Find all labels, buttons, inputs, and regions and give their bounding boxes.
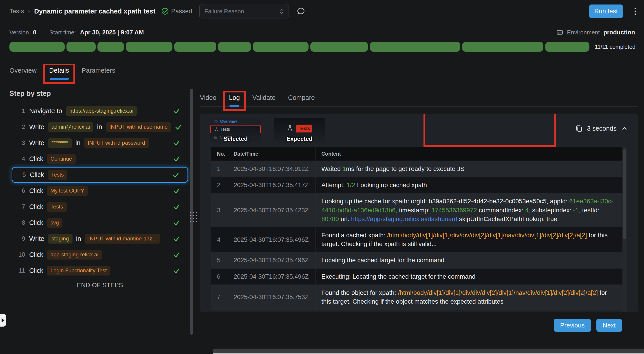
steps-list: 1Navigate tohttps://app-staging.relicx.a…	[12, 103, 188, 279]
step-row-11[interactable]: 11ClickLogin Functionality Test	[12, 263, 188, 279]
step-check-icon	[173, 267, 180, 274]
comment-icon[interactable]	[296, 7, 306, 16]
detail-tabs: VideoLogValidateCompare	[200, 90, 638, 107]
step-number: 6	[15, 187, 25, 194]
progress-segment-3[interactable]	[98, 42, 124, 52]
step-badge-target: MyTest COPY	[47, 186, 88, 196]
start-time-value: Apr 30, 2025 | 9:07 AM	[80, 29, 144, 36]
log-cell-time: 2025-04-30T16:07:34.912Z	[228, 161, 316, 177]
step-badge-target: Tests	[47, 202, 67, 212]
step-row-10[interactable]: 10Clickapp-staging.relicx.ai	[12, 247, 188, 263]
progress-segment-7[interactable]	[253, 42, 308, 52]
step-number: 7	[15, 203, 25, 210]
previous-button[interactable]: Previous	[554, 319, 591, 332]
step-badge-target: INPUT with id password	[84, 138, 149, 148]
page-title: Dynamic parameter cached xpath test	[34, 8, 156, 15]
log-text-segment: testId:	[582, 207, 599, 214]
step-row-7[interactable]: 7ClickTests	[12, 199, 188, 215]
log-text-segment: /html/body/div[1]/div[1]/div/div/div[2]/…	[398, 289, 598, 296]
window-bottom-edge	[213, 353, 644, 354]
log-text-segment: -1,	[573, 207, 582, 214]
step-row-1[interactable]: 1Navigate tohttps://app-staging.relicx.a…	[12, 103, 188, 119]
progress-segment-5[interactable]	[174, 42, 216, 52]
log-text-segment: ms for the page to get ready to execute …	[346, 165, 464, 172]
step-row-5[interactable]: 5ClickTests	[12, 167, 188, 183]
log-table-header: No.Date/TimeContent	[211, 147, 622, 161]
log-cell-time: 2025-04-30T16:07:35.496Z	[228, 268, 316, 284]
step-number: 2	[15, 123, 25, 130]
step-action-text: Write	[29, 139, 44, 147]
log-text-segment: Found the object for xpath:	[321, 289, 398, 296]
tab-details[interactable]: Details	[49, 67, 69, 79]
progress-segment-6[interactable]	[218, 42, 251, 52]
step-badge-target: INPUT with id username	[106, 122, 171, 132]
tab-video[interactable]: Video	[200, 94, 216, 106]
step-check-icon	[172, 171, 180, 179]
step-action-text: Navigate to	[29, 107, 62, 115]
start-time-label: Start time:	[50, 29, 76, 36]
step-badge-target: Login Functionality Test	[47, 266, 110, 275]
step-action-text: Write	[29, 235, 44, 242]
run-test-button[interactable]: Run test	[589, 5, 623, 18]
log-cell-content: Looking up the cache for xpath: orgId: b…	[316, 193, 622, 227]
next-button[interactable]: Next	[596, 319, 622, 332]
progress-segment-11[interactable]	[545, 42, 590, 52]
tab-parameters[interactable]: Parameters	[82, 67, 116, 79]
log-table: No.Date/TimeContent 12025-04-30T16:07:34…	[211, 147, 622, 310]
step-badge-target: Continue	[47, 154, 76, 164]
progress-segment-1[interactable]	[10, 42, 65, 52]
step-row-4[interactable]: 4ClickContinue	[12, 151, 188, 167]
step-number: 5	[16, 171, 26, 178]
step-number: 4	[15, 155, 25, 162]
progress-segment-2[interactable]	[66, 42, 96, 52]
window-bottom-bar	[213, 348, 644, 353]
step-check-icon	[173, 219, 180, 227]
breadcrumb[interactable]: Tests	[10, 8, 24, 15]
panel-expand-tab[interactable]	[0, 314, 6, 326]
tab-overview[interactable]: Overview	[10, 67, 36, 79]
tab-log[interactable]: Log	[229, 94, 240, 106]
log-text-segment: 1	[342, 165, 346, 172]
panel-resize-handle[interactable]	[188, 211, 198, 223]
log-scrollbar[interactable]	[622, 147, 627, 312]
progress-segment-4[interactable]	[126, 42, 172, 52]
step-row-3[interactable]: 3Write********inINPUT with id password	[12, 135, 188, 151]
log-cell-time: 2025-04-30T16:07:35.496Z	[228, 227, 316, 252]
collapse-chevron-up-icon[interactable]	[621, 125, 628, 132]
home-icon	[214, 120, 218, 124]
step-action-text: in	[76, 139, 80, 147]
step-number: 11	[15, 267, 25, 274]
status-text: Passed	[171, 8, 192, 15]
log-link[interactable]: https://app-staging.relicx.ai/dashboard	[351, 216, 459, 222]
step-row-8[interactable]: 8Clicksvg	[12, 215, 188, 231]
log-text-segment: 4,	[525, 207, 532, 214]
copy-icon[interactable]	[575, 124, 582, 132]
log-cell-time: 2025-04-30T16:07:35.496Z	[228, 252, 316, 268]
step-row-2[interactable]: 2Writeadmin@relicx.aiinINPUT with id use…	[12, 119, 188, 135]
progress-segment-10[interactable]	[462, 42, 544, 52]
step-number: 8	[15, 219, 25, 226]
step-check-icon	[173, 139, 180, 147]
step-row-9[interactable]: 9WritestaginginINPUT with id mantine-17z…	[12, 231, 188, 247]
failure-reason-select[interactable]: Failure Reason	[200, 4, 289, 19]
log-text-segment: Looking up cached xpath	[357, 182, 427, 189]
step-row-6[interactable]: 6ClickMyTest COPY	[12, 183, 188, 199]
mini-nav-item-overview: Overview	[210, 118, 261, 125]
progress-segment-8[interactable]	[310, 42, 368, 52]
environment-label: Environment	[567, 29, 600, 36]
log-cell-time: 2025-04-30T16:07:35.423Z	[228, 193, 316, 227]
duration-text: 3 seconds	[587, 125, 616, 132]
progress-segment-9[interactable]	[370, 42, 460, 52]
environment-info: Environment production	[556, 29, 635, 36]
tab-validate[interactable]: Validate	[252, 94, 276, 106]
tab-compare[interactable]: Compare	[288, 94, 315, 106]
log-text-segment: 1745536369972	[432, 207, 479, 214]
breadcrumb-chevron-icon: ›	[28, 8, 30, 15]
more-menu-icon[interactable]	[633, 6, 637, 16]
log-text-segment: Executing: Locating the cached target fo…	[321, 273, 475, 280]
expected-thumbnail[interactable]: Tests Expected	[274, 118, 325, 143]
flask-icon	[286, 125, 293, 132]
step-by-step-title: Step by step	[10, 90, 51, 98]
log-cell-time: 2025-04-30T16:07:35.417Z	[228, 177, 316, 193]
selected-thumbnail[interactable]: OverviewTestsSuites Selected	[210, 118, 261, 143]
